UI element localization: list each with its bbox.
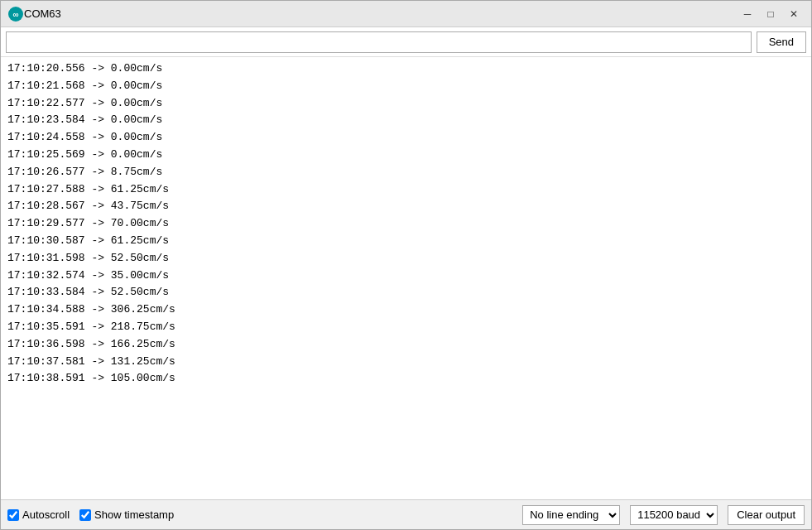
line-ending-select[interactable]: No line endingNewlineCarriage returnBoth… xyxy=(522,505,620,525)
serial-line: 17:10:21.568 -> 0.00cm/s xyxy=(7,78,805,95)
serial-line: 17:10:36.598 -> 166.25cm/s xyxy=(7,336,805,354)
send-input[interactable] xyxy=(6,31,752,53)
app-icon: ∞ xyxy=(7,6,24,22)
main-window: ∞ COM63 ─ □ ✕ Send 17:10:20.556 -> 0.00c… xyxy=(0,0,812,530)
clear-output-button[interactable]: Clear output xyxy=(728,505,805,525)
window-controls: ─ □ ✕ xyxy=(737,6,805,22)
toolbar: Send xyxy=(1,27,811,57)
serial-line: 17:10:24.558 -> 0.00cm/s xyxy=(7,129,805,147)
autoscroll-label: Autoscroll xyxy=(22,508,70,521)
maximize-button[interactable]: □ xyxy=(760,6,781,22)
serial-line: 17:10:28.567 -> 43.75cm/s xyxy=(7,198,805,215)
svg-text:∞: ∞ xyxy=(12,10,18,19)
serial-line: 17:10:34.588 -> 306.25cm/s xyxy=(7,301,805,319)
close-button[interactable]: ✕ xyxy=(783,6,805,22)
serial-line: 17:10:33.584 -> 52.50cm/s xyxy=(7,284,805,301)
send-button[interactable]: Send xyxy=(757,31,806,53)
serial-line: 17:10:27.588 -> 61.25cm/s xyxy=(7,181,805,199)
serial-line: 17:10:26.577 -> 8.75cm/s xyxy=(7,164,805,181)
show-timestamp-checkbox-label[interactable]: Show timestamp xyxy=(79,508,174,521)
baud-rate-select[interactable]: 300 baud1200 baud2400 baud4800 baud9600 … xyxy=(630,505,718,525)
serial-line: 17:10:29.577 -> 70.00cm/s xyxy=(7,215,805,233)
serial-line: 17:10:20.556 -> 0.00cm/s xyxy=(7,60,805,78)
serial-line: 17:10:35.591 -> 218.75cm/s xyxy=(7,319,805,336)
serial-line: 17:10:25.569 -> 0.00cm/s xyxy=(7,147,805,164)
autoscroll-checkbox[interactable] xyxy=(7,509,19,521)
serial-line: 17:10:38.591 -> 105.00cm/s xyxy=(7,370,805,388)
serial-line: 17:10:22.577 -> 0.00cm/s xyxy=(7,95,805,113)
serial-line: 17:10:37.581 -> 131.25cm/s xyxy=(7,354,805,371)
serial-line: 17:10:30.587 -> 61.25cm/s xyxy=(7,233,805,250)
show-timestamp-checkbox[interactable] xyxy=(79,509,91,521)
show-timestamp-label: Show timestamp xyxy=(94,508,174,521)
serial-line: 17:10:23.584 -> 0.00cm/s xyxy=(7,112,805,129)
status-bar: Autoscroll Show timestamp No line ending… xyxy=(1,499,811,529)
title-bar: ∞ COM63 ─ □ ✕ xyxy=(1,1,811,27)
window-title: COM63 xyxy=(24,7,737,20)
autoscroll-checkbox-label[interactable]: Autoscroll xyxy=(7,508,70,521)
serial-line: 17:10:31.598 -> 52.50cm/s xyxy=(7,250,805,267)
serial-line: 17:10:32.574 -> 35.00cm/s xyxy=(7,267,805,285)
serial-output[interactable]: 17:10:20.556 -> 0.00cm/s17:10:21.568 -> … xyxy=(1,57,811,499)
minimize-button[interactable]: ─ xyxy=(737,6,758,22)
